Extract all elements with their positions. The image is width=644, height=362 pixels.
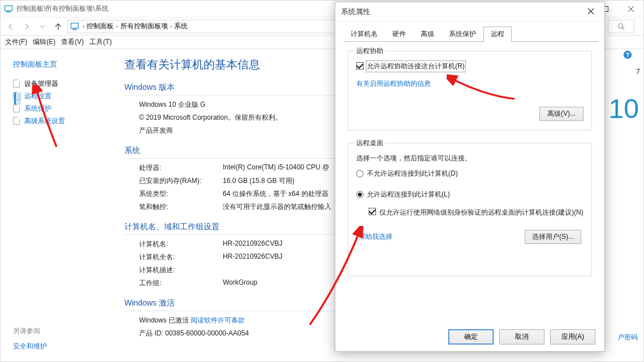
cpu-label: 处理器:: [139, 163, 223, 173]
cropped-text: 7: [636, 67, 640, 76]
sidebar-link-label: 设备管理器: [24, 79, 58, 89]
remote-assistance-group: 远程协助 允许远程协助连接这台计算机(R) 有关启用远程协助的信息 高级(V).…: [348, 51, 592, 130]
license-terms-link[interactable]: 阅读软件许可条款: [191, 316, 245, 324]
sidebar-link-label: 高级系统设置: [24, 116, 65, 126]
menu-tools[interactable]: 工具(T): [89, 37, 111, 47]
pcfullname-label: 计算机全名:: [139, 252, 223, 262]
checkbox-icon[interactable]: [356, 62, 364, 69]
breadcrumb-item[interactable]: 控制面板: [87, 21, 114, 31]
svg-rect-1: [7, 11, 10, 12]
svg-rect-7: [73, 29, 76, 30]
svg-point-8: [618, 23, 623, 28]
sidebar-link-label: 系统保护: [24, 104, 51, 114]
dialog-title: 系统属性: [335, 2, 604, 21]
chevron-right-icon[interactable]: ›: [116, 23, 118, 29]
sidebar: 控制面板主页 设备管理器 远程设置 系统保护: [1, 49, 111, 361]
svg-text:?: ?: [626, 51, 630, 58]
dialog-body: 远程协助 允许远程协助连接这台计算机(R) 有关启用远程协助的信息 高级(V).…: [335, 42, 604, 276]
allow-remote-assistance-label: 允许远程协助连接这台计算机(R): [367, 62, 465, 71]
pcdesc-label: 计算机描述:: [139, 265, 223, 275]
chevron-right-icon[interactable]: ›: [170, 23, 172, 29]
nav-up-button[interactable]: [51, 20, 65, 33]
sidebar-bottom: 另请参阅 安全和维护: [13, 326, 47, 351]
breadcrumb-item[interactable]: 系统: [174, 21, 188, 31]
remote-desktop-group: 远程桌面 选择一个选项，然后指定谁可以连接。 不允许远程连接到此计算机(D) 允…: [348, 143, 592, 276]
activation-status: Windows 已激活: [139, 316, 191, 324]
nla-checkbox-row[interactable]: 仅允许运行使用网络级别身份验证的远程桌面的计算机连接(建议)(N): [369, 207, 584, 217]
help-icon[interactable]: ?: [623, 50, 632, 59]
systype-label: 系统类型:: [139, 189, 223, 199]
chevron-right-icon[interactable]: ›: [83, 23, 84, 29]
dialog-footer: 确定 取消 应用(A): [448, 329, 595, 344]
sidebar-link-device-manager[interactable]: 设备管理器: [13, 79, 58, 89]
sidebar-link-label: 远程设置: [24, 91, 51, 101]
dialog-close-button[interactable]: [580, 3, 602, 19]
menu-edit[interactable]: 编辑(E): [33, 37, 55, 47]
menu-view[interactable]: 查看(V): [61, 37, 84, 47]
radio-label: 不允许远程连接到此计算机(D): [367, 169, 458, 178]
security-maintenance-link[interactable]: 安全和维护: [13, 342, 47, 351]
document-icon: [13, 117, 20, 125]
nav-back-button[interactable]: [4, 20, 18, 33]
document-icon: [13, 104, 20, 112]
breadcrumb-item[interactable]: 所有控制面板项: [120, 21, 168, 31]
radio-icon[interactable]: [356, 170, 364, 177]
nav-forward-button[interactable]: [20, 20, 33, 33]
allow-remote-assistance-row[interactable]: 允许远程协助连接这台计算机(R): [356, 62, 584, 71]
dialog-tabs: 计算机名 硬件 高级 系统保护 远程: [343, 26, 599, 42]
svg-rect-6: [71, 23, 79, 28]
group-title: 远程桌面: [354, 138, 386, 148]
rdp-allow-radio[interactable]: 允许远程连接到此计算机(L): [356, 190, 584, 199]
cropped-password-text: 户密码: [617, 333, 638, 342]
sidebar-link-system-protection[interactable]: 系统保护: [13, 104, 51, 114]
tab-hardware[interactable]: 硬件: [385, 27, 413, 42]
system-properties-dialog: 系统属性 计算机名 硬件 高级 系统保护 远程 远程协助 允许远程协助连接这台计…: [335, 2, 605, 352]
window-title: 控制面板\所有控制面板项\系统: [16, 4, 109, 14]
windows-10-logo-text: 10: [609, 93, 639, 124]
cancel-button[interactable]: 取消: [499, 329, 544, 344]
tab-computer-name[interactable]: 计算机名: [343, 27, 385, 42]
rdp-hint: 选择一个选项，然后指定谁可以连接。: [356, 154, 584, 163]
apply-button[interactable]: 应用(A): [550, 329, 595, 344]
pen-label: 笔和触控:: [139, 202, 223, 212]
pcname-label: 计算机名:: [139, 239, 223, 249]
document-icon: [13, 80, 20, 88]
sidebar-link-remote-settings[interactable]: 远程设置: [13, 91, 51, 101]
remote-assistance-info-link[interactable]: 有关启用远程协助的信息: [356, 79, 584, 89]
tab-system-protection[interactable]: 系统保护: [442, 27, 483, 42]
nav-history-button[interactable]: [36, 20, 49, 33]
nla-label: 仅允许运行使用网络级别身份验证的远程桌面的计算机连接(建议)(N): [379, 207, 584, 217]
system-icon: [4, 5, 13, 14]
svg-line-9: [622, 27, 624, 29]
group-title: 远程协助: [354, 46, 386, 56]
tab-remote[interactable]: 远程: [483, 27, 512, 42]
remote-assistance-advanced-button[interactable]: 高级(V)...: [539, 107, 584, 121]
search-icon: [617, 23, 625, 30]
svg-rect-0: [5, 6, 12, 11]
search-box[interactable]: [608, 20, 634, 33]
sidebar-link-advanced-settings[interactable]: 高级系统设置: [13, 116, 65, 126]
tab-advanced[interactable]: 高级: [413, 27, 442, 42]
ok-button[interactable]: 确定: [448, 329, 494, 344]
help-me-choose-link[interactable]: 帮助我选择: [358, 232, 392, 242]
control-panel-home-link[interactable]: 控制面板主页: [13, 59, 104, 69]
system-icon: [70, 22, 79, 31]
close-button[interactable]: [618, 1, 643, 17]
select-users-button[interactable]: 选择用户(S)...: [525, 230, 581, 244]
radio-label: 允许远程连接到此计算机(L): [367, 190, 450, 199]
rdp-disallow-radio[interactable]: 不允许远程连接到此计算机(D): [356, 169, 584, 178]
see-also-heading: 另请参阅: [13, 326, 47, 336]
workgroup-label: 工作组:: [139, 278, 223, 288]
checkbox-icon[interactable]: [369, 208, 376, 215]
radio-icon[interactable]: [356, 191, 364, 198]
ram-label: 已安装的内存(RAM):: [139, 176, 223, 186]
document-icon: [13, 92, 20, 100]
menu-file[interactable]: 文件(F): [5, 37, 27, 47]
